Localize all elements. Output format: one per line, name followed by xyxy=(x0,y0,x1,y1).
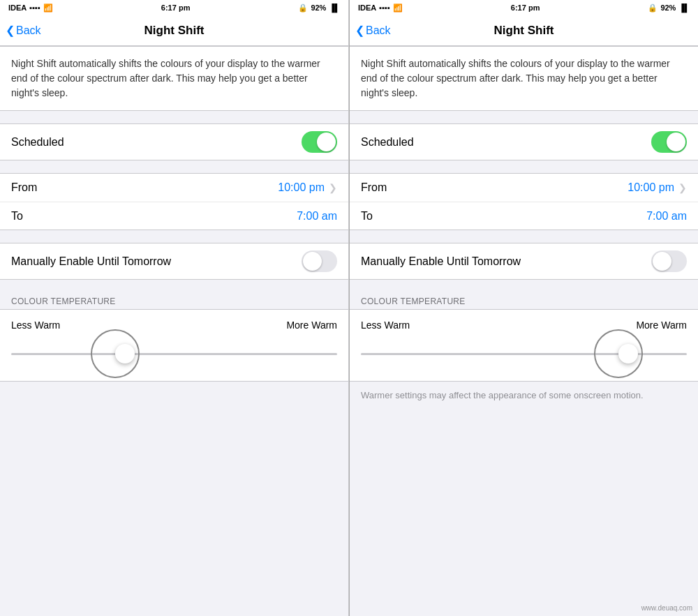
left-scheduled-toggle[interactable] xyxy=(302,131,337,153)
right-manually-enable-row: Manually Enable Until Tomorrow xyxy=(350,243,698,279)
right-manually-enable-label: Manually Enable Until Tomorrow xyxy=(361,255,521,268)
right-nav-bar: ❮ Back Night Shift xyxy=(350,15,698,46)
right-from-value: 10:00 pm xyxy=(628,181,674,194)
right-warning-text: Warmer settings may affect the appearanc… xyxy=(350,382,698,410)
left-status-left: IDEA ▪▪▪▪ 📶 xyxy=(8,3,53,13)
right-to-value-container: 7:00 am xyxy=(646,210,687,223)
right-status-right: 🔒 92% ▐▌ xyxy=(648,3,690,13)
left-nav-title: Night Shift xyxy=(144,24,205,38)
right-back-label: Back xyxy=(366,24,391,37)
right-slider-container[interactable] xyxy=(361,336,687,371)
right-more-warm-label: More Warm xyxy=(636,320,687,331)
left-from-value: 10:00 pm xyxy=(278,181,325,194)
left-scheduled-toggle-knob xyxy=(317,133,336,151)
right-scheduled-label: Scheduled xyxy=(361,136,414,149)
right-battery: 92% xyxy=(660,3,676,12)
left-section-header: COLOUR TEMPERATURE xyxy=(0,292,348,309)
left-from-label: From xyxy=(11,181,37,194)
left-wifi-icon: 📶 xyxy=(43,3,53,13)
left-description: Night Shift automatically shifts the col… xyxy=(0,46,348,111)
right-manually-toggle[interactable] xyxy=(651,250,687,272)
left-screen: IDEA ▪▪▪▪ 📶 6:17 pm 🔒 92% ▐▌ ❮ Back Nigh… xyxy=(0,0,349,616)
right-from-chevron-icon: ❯ xyxy=(678,182,687,193)
right-slider-track xyxy=(361,353,687,355)
right-scheduled-toggle[interactable] xyxy=(651,131,687,153)
left-to-value: 7:00 am xyxy=(297,210,337,223)
right-signal-icon: ▪▪▪▪ xyxy=(379,3,390,12)
watermark: www.deuaq.com xyxy=(641,604,692,612)
right-content: Night Shift automatically shifts the col… xyxy=(350,46,698,616)
left-to-row: To 7:00 am xyxy=(0,202,348,230)
left-status-right: 🔒 92% ▐▌ xyxy=(298,3,340,13)
right-section-header: COLOUR TEMPERATURE xyxy=(350,292,698,309)
right-to-row: To 7:00 am xyxy=(350,202,698,230)
left-manually-enable-label: Manually Enable Until Tomorrow xyxy=(11,255,171,268)
left-scheduled-label: Scheduled xyxy=(11,136,64,149)
left-from-chevron-icon: ❯ xyxy=(329,182,337,193)
right-from-value-container: 10:00 pm ❯ xyxy=(628,181,687,194)
right-temperature-section: Less Warm More Warm xyxy=(350,309,698,382)
left-slider-thumb[interactable] xyxy=(115,344,135,363)
right-wifi-icon: 📶 xyxy=(393,3,403,13)
left-lock-icon: 🔒 xyxy=(298,3,308,13)
right-scheduled-toggle-knob xyxy=(667,133,685,151)
left-time: 6:17 pm xyxy=(161,3,191,12)
left-battery: 92% xyxy=(311,3,326,12)
left-back-button[interactable]: ❮ Back xyxy=(6,24,41,37)
right-description: Night Shift automatically shifts the col… xyxy=(350,46,698,111)
right-to-value: 7:00 am xyxy=(646,210,687,223)
left-from-value-container: 10:00 pm ❯ xyxy=(278,181,337,194)
right-manually-enable-group: Manually Enable Until Tomorrow xyxy=(350,243,698,280)
left-back-chevron-icon: ❮ xyxy=(6,24,15,37)
right-lock-icon: 🔒 xyxy=(648,3,658,13)
left-more-warm-label: More Warm xyxy=(286,320,337,331)
right-nav-title: Night Shift xyxy=(494,24,554,38)
right-to-label: To xyxy=(361,210,373,223)
right-time: 6:17 pm xyxy=(511,3,540,12)
left-content: Night Shift automatically shifts the col… xyxy=(0,46,348,616)
left-signal-icon: ▪▪▪▪ xyxy=(29,3,40,12)
left-from-to-section[interactable]: From 10:00 pm ❯ To 7:00 am xyxy=(0,173,348,230)
right-scheduled-row: Scheduled xyxy=(350,124,698,160)
right-screen: IDEA ▪▪▪▪ 📶 6:17 pm 🔒 92% ▐▌ ❮ Back Nigh… xyxy=(349,0,698,616)
left-manually-toggle-knob xyxy=(303,252,322,271)
right-drag-circle xyxy=(594,329,643,378)
right-from-label: From xyxy=(361,181,387,194)
right-carrier: IDEA xyxy=(358,3,376,12)
left-carrier: IDEA xyxy=(8,3,27,12)
left-slider-track xyxy=(11,353,337,355)
right-scheduled-group: Scheduled xyxy=(350,123,698,160)
right-manually-toggle-knob xyxy=(653,252,671,271)
right-less-warm-label: Less Warm xyxy=(361,320,410,331)
right-from-row: From 10:00 pm ❯ xyxy=(350,174,698,202)
left-slider-container[interactable] xyxy=(11,336,337,371)
left-manually-enable-row: Manually Enable Until Tomorrow xyxy=(0,243,348,279)
left-temp-labels: Less Warm More Warm xyxy=(11,320,337,331)
right-temp-labels: Less Warm More Warm xyxy=(361,320,687,331)
left-to-label: To xyxy=(11,210,23,223)
right-from-to-section[interactable]: From 10:00 pm ❯ To 7:00 am xyxy=(350,173,698,230)
left-drag-circle xyxy=(91,329,140,378)
right-slider-thumb[interactable] xyxy=(618,344,638,363)
left-from-row: From 10:00 pm ❯ xyxy=(0,174,348,202)
left-less-warm-label: Less Warm xyxy=(11,320,60,331)
right-back-chevron-icon: ❮ xyxy=(355,24,364,37)
left-nav-bar: ❮ Back Night Shift xyxy=(0,15,348,46)
right-status-bar: IDEA ▪▪▪▪ 📶 6:17 pm 🔒 92% ▐▌ xyxy=(350,0,698,15)
right-back-button[interactable]: ❮ Back xyxy=(355,24,391,37)
left-temperature-section: Less Warm More Warm xyxy=(0,309,348,382)
left-battery-icon: ▐▌ xyxy=(329,3,340,12)
left-manually-enable-group: Manually Enable Until Tomorrow xyxy=(0,243,348,280)
left-status-bar: IDEA ▪▪▪▪ 📶 6:17 pm 🔒 92% ▐▌ xyxy=(0,0,348,15)
left-manually-toggle[interactable] xyxy=(302,250,337,272)
right-battery-icon: ▐▌ xyxy=(678,3,690,12)
left-scheduled-group: Scheduled xyxy=(0,123,348,160)
left-to-value-container: 7:00 am xyxy=(297,210,337,223)
right-status-left: IDEA ▪▪▪▪ 📶 xyxy=(358,3,403,13)
left-scheduled-row: Scheduled xyxy=(0,124,348,160)
left-back-label: Back xyxy=(16,24,41,37)
